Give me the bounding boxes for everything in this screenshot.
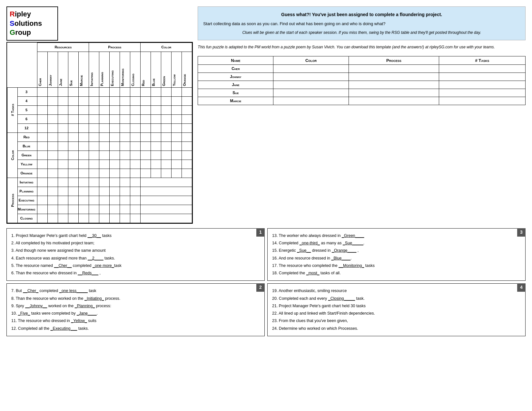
cell[interactable] — [37, 96, 48, 105]
cell[interactable] — [161, 87, 172, 96]
cell[interactable] — [151, 114, 161, 123]
cell[interactable] — [130, 151, 141, 160]
cell[interactable] — [89, 105, 99, 114]
cell[interactable] — [99, 87, 110, 96]
cell[interactable] — [172, 87, 182, 96]
cell[interactable] — [48, 196, 58, 205]
cell[interactable] — [130, 160, 141, 169]
cell[interactable] — [37, 196, 48, 205]
cell[interactable] — [161, 151, 172, 160]
cell[interactable] — [79, 187, 89, 196]
cell[interactable] — [37, 205, 48, 214]
cell[interactable] — [89, 151, 99, 160]
cell[interactable] — [58, 196, 68, 205]
summary-tasks-johnny[interactable] — [439, 73, 525, 81]
cell[interactable] — [110, 214, 120, 223]
cell[interactable] — [89, 214, 99, 223]
cell[interactable] — [48, 142, 58, 151]
summary-tasks-marcie[interactable] — [439, 97, 525, 105]
summary-tasks-cher[interactable] — [439, 64, 525, 73]
cell[interactable] — [120, 114, 130, 123]
cell[interactable] — [182, 105, 192, 114]
cell[interactable] — [48, 187, 58, 196]
summary-process-jane[interactable] — [349, 81, 439, 89]
cell[interactable] — [182, 96, 192, 105]
cell[interactable] — [161, 142, 172, 151]
cell[interactable] — [48, 160, 58, 169]
cell[interactable] — [110, 114, 120, 123]
cell[interactable] — [68, 123, 79, 132]
cell[interactable] — [89, 196, 99, 205]
cell[interactable] — [68, 132, 79, 142]
cell[interactable] — [79, 87, 89, 96]
cell[interactable] — [141, 123, 151, 132]
cell[interactable] — [151, 105, 161, 114]
cell[interactable] — [37, 160, 48, 169]
cell[interactable] — [99, 96, 110, 105]
cell[interactable] — [130, 178, 141, 187]
cell[interactable] — [151, 142, 161, 151]
cell[interactable] — [172, 105, 182, 114]
cell[interactable] — [110, 160, 120, 169]
cell[interactable] — [172, 151, 182, 160]
cell[interactable] — [141, 151, 151, 160]
cell[interactable] — [99, 205, 110, 214]
cell[interactable] — [68, 87, 79, 96]
cell[interactable] — [110, 187, 120, 196]
cell[interactable] — [58, 205, 68, 214]
cell[interactable] — [151, 87, 161, 96]
cell[interactable] — [110, 169, 120, 178]
cell[interactable] — [120, 105, 130, 114]
cell[interactable] — [79, 105, 89, 114]
cell[interactable] — [130, 123, 141, 132]
cell[interactable] — [120, 205, 130, 214]
cell[interactable] — [151, 132, 161, 142]
cell[interactable] — [120, 160, 130, 169]
cell[interactable] — [172, 114, 182, 123]
cell[interactable] — [141, 142, 151, 151]
cell[interactable] — [182, 151, 192, 160]
cell[interactable] — [58, 178, 68, 187]
cell[interactable] — [120, 142, 130, 151]
cell[interactable] — [37, 151, 48, 160]
summary-color-sue[interactable] — [273, 89, 349, 97]
cell[interactable] — [79, 214, 89, 223]
cell[interactable] — [58, 132, 68, 142]
cell[interactable] — [130, 169, 141, 178]
cell[interactable] — [89, 169, 99, 178]
cell[interactable] — [182, 142, 192, 151]
cell[interactable] — [130, 187, 141, 196]
cell[interactable] — [48, 123, 58, 132]
cell[interactable] — [68, 105, 79, 114]
cell[interactable] — [120, 96, 130, 105]
cell[interactable] — [99, 132, 110, 142]
cell[interactable] — [37, 123, 48, 132]
cell[interactable] — [89, 205, 99, 214]
cell[interactable] — [68, 114, 79, 123]
cell[interactable] — [68, 160, 79, 169]
cell[interactable] — [58, 142, 68, 151]
cell[interactable] — [58, 214, 68, 223]
cell[interactable] — [89, 187, 99, 196]
cell[interactable] — [58, 160, 68, 169]
cell[interactable] — [37, 105, 48, 114]
cell[interactable] — [68, 178, 79, 187]
cell[interactable] — [141, 105, 151, 114]
cell[interactable] — [58, 114, 68, 123]
cell[interactable] — [58, 105, 68, 114]
summary-color-jane[interactable] — [273, 81, 349, 89]
cell[interactable] — [37, 114, 48, 123]
cell[interactable] — [161, 169, 172, 178]
cell[interactable] — [79, 114, 89, 123]
cell[interactable] — [130, 87, 141, 96]
cell[interactable] — [141, 132, 151, 142]
cell[interactable] — [110, 196, 120, 205]
cell[interactable] — [172, 123, 182, 132]
summary-process-johnny[interactable] — [349, 73, 439, 81]
cell[interactable] — [182, 123, 192, 132]
cell[interactable] — [68, 196, 79, 205]
cell[interactable] — [110, 142, 120, 151]
cell[interactable] — [99, 114, 110, 123]
cell[interactable] — [151, 160, 161, 169]
cell[interactable] — [110, 123, 120, 132]
